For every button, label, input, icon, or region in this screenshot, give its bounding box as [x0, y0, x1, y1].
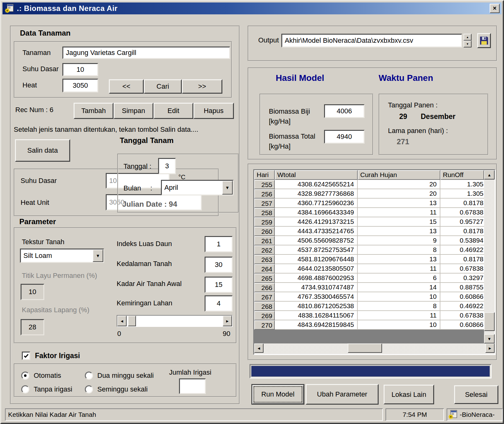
close-button[interactable]: ×: [490, 4, 500, 13]
data-grid[interactable]: Hari Wtotal Curah Hujan RunOff 2554308.6…: [253, 169, 496, 355]
tanggal-input[interactable]: [158, 158, 176, 174]
table-row[interactable]: 2564328.98277736868201.305: [254, 189, 484, 199]
grid-horizontal-scrollbar[interactable]: ◄ ►: [254, 343, 495, 354]
hscroll-right-button[interactable]: ►: [485, 343, 495, 353]
suhu-dasar-input[interactable]: [62, 63, 98, 76]
kemiringan-input[interactable]: [205, 295, 233, 312]
heat-label: Heat: [22, 81, 37, 89]
ubah-parameter-button[interactable]: Ubah Parameter: [306, 384, 379, 405]
save-button[interactable]: [477, 33, 491, 48]
salin-data-button[interactable]: Salin data: [15, 139, 70, 162]
radio-otomatis[interactable]: [21, 372, 29, 380]
prev-record-button[interactable]: <<: [109, 79, 144, 94]
dua-minggu-label: Dua minggu sekali: [97, 372, 154, 380]
table-cell: 4581.81209676448: [275, 255, 358, 264]
table-row[interactable]: 2644644.02135805507110.67838: [254, 264, 484, 274]
table-cell: 268: [254, 302, 275, 311]
output-path-input[interactable]: [281, 34, 462, 47]
bulan-select[interactable]: April ▼: [161, 180, 234, 195]
cari-button[interactable]: Cari: [144, 79, 182, 94]
faktor-irigasi-checkbox[interactable]: [22, 352, 30, 360]
hapus-button[interactable]: Hapus: [193, 103, 234, 119]
slider-left-arrow[interactable]: ◄: [117, 316, 127, 326]
arrow-up-icon: ▲: [487, 173, 492, 177]
col-header-hari[interactable]: Hari: [254, 170, 275, 180]
kedalaman-tanah-input[interactable]: [205, 257, 233, 273]
table-row[interactable]: 2624537.8725275354780.46922: [254, 245, 484, 255]
tanggal-label: Tanggal :: [124, 162, 151, 170]
arrow-up-icon: ▲: [466, 36, 469, 39]
kapasitas-lapang-value: 28: [21, 319, 44, 335]
heat-input[interactable]: [62, 79, 98, 92]
table-cell: 11: [358, 311, 440, 320]
spinner-down-button[interactable]: ▼: [463, 41, 472, 47]
hscroll-left-button[interactable]: ◄: [254, 343, 264, 353]
col-header-curah-hujan[interactable]: Curah Hujan: [358, 170, 440, 180]
radio-dua-minggu[interactable]: [85, 372, 93, 380]
radio-tanpa-irigasi[interactable]: [21, 385, 29, 393]
table-cell: 4698.48876002953: [275, 274, 358, 283]
table-row[interactable]: 2684810.8671205253880.46922: [254, 302, 484, 311]
table-cell: 14: [358, 283, 440, 292]
table-row[interactable]: 2694838.16284115067110.67838: [254, 311, 484, 320]
tekstur-tanah-select[interactable]: Silt Loam ▼: [20, 249, 104, 263]
statusbar: Ketikkan Nilai Kadar Air Tanah 7:54 PM -…: [2, 406, 502, 423]
selesai-button[interactable]: Selesai: [454, 385, 498, 404]
table-row[interactable]: 2594426.41291373215150.95727: [254, 217, 484, 227]
table-cell: 0.60866: [440, 292, 484, 302]
table-row[interactable]: 2614506.5560982875290.53894: [254, 236, 484, 245]
slider-thumb[interactable]: [128, 316, 136, 326]
tambah-button[interactable]: Tambah: [74, 103, 114, 119]
table-cell: 256: [254, 189, 275, 199]
kemiringan-slider[interactable]: ◄ ►: [117, 315, 233, 327]
table-row[interactable]: 2554308.62425655214201.305: [254, 180, 484, 189]
table-row[interactable]: 2604443.47335214765130.8178: [254, 227, 484, 236]
grid-vertical-scrollbar[interactable]: ▲ ▼: [484, 170, 495, 343]
vscroll-down-button[interactable]: ▼: [484, 334, 495, 343]
table-row[interactable]: 2634581.81209676448130.8178: [254, 255, 484, 264]
biomassa-biji-value[interactable]: [324, 104, 365, 118]
grid-header: Hari Wtotal Curah Hujan RunOff: [254, 170, 484, 180]
faktor-irigasi-label: Faktor Irigasi: [35, 352, 80, 360]
grid-rows: 2554308.62425655214201.3052564328.982777…: [254, 180, 484, 330]
run-model-button[interactable]: Run Model: [251, 384, 304, 405]
table-cell: 0.67838: [440, 208, 484, 217]
indeks-luas-daun-input[interactable]: [205, 236, 233, 252]
table-row[interactable]: 2574360.77125960236130.8178: [254, 199, 484, 208]
table-cell: 259: [254, 217, 275, 227]
lama-panen-label: Lama panen (hari) :: [388, 127, 448, 135]
radio-seminggu[interactable]: [85, 385, 93, 393]
col-header-wtotal[interactable]: Wtotal: [275, 170, 358, 180]
edit-button[interactable]: Edit: [153, 103, 193, 119]
table-cell: 10: [358, 292, 440, 302]
col-header-runoff[interactable]: RunOff: [440, 170, 484, 180]
tanaman-input[interactable]: [62, 47, 230, 59]
spinner-up-button[interactable]: ▲: [463, 34, 472, 41]
slider-right-arrow[interactable]: ►: [223, 316, 232, 326]
table-cell: 4308.62425655214: [275, 180, 358, 189]
next-record-button[interactable]: >>: [182, 79, 222, 94]
simpan-button[interactable]: Simpan: [114, 103, 153, 119]
titlebar: .: Biomassa dan Neraca Air ×: [2, 2, 502, 14]
chevron-down-icon: ▼: [96, 253, 100, 258]
table-row[interactable]: 2654698.4887600295360.3297: [254, 274, 484, 283]
vscroll-up-button[interactable]: ▲: [484, 170, 495, 180]
table-cell: 260: [254, 227, 275, 236]
table-cell: 4360.77125960236: [275, 199, 358, 208]
table-cell: 4537.87252753547: [275, 245, 358, 255]
table-row[interactable]: 2674767.35300465574100.60866: [254, 292, 484, 302]
biomassa-biji-unit: [kg/Ha]: [269, 117, 291, 126]
table-cell: 11: [358, 208, 440, 217]
table-row[interactable]: 2704843.69428159845100.60866: [254, 320, 484, 330]
table-cell: 11: [358, 264, 440, 274]
jumlah-irigasi-input[interactable]: [179, 378, 206, 394]
table-cell: 0.95727: [440, 217, 484, 227]
hscroll-thumb[interactable]: [348, 343, 382, 353]
lokasi-lain-button[interactable]: Lokasi Lain: [384, 385, 434, 404]
table-row[interactable]: 2664734.9310747487140.88755: [254, 283, 484, 292]
vscroll-thumb[interactable]: [484, 312, 495, 331]
kadar-air-input[interactable]: [205, 277, 233, 293]
biomassa-total-value[interactable]: [324, 130, 365, 144]
status-time: 7:54 PM: [403, 411, 427, 418]
table-row[interactable]: 2584384.16966433349110.67838: [254, 208, 484, 217]
